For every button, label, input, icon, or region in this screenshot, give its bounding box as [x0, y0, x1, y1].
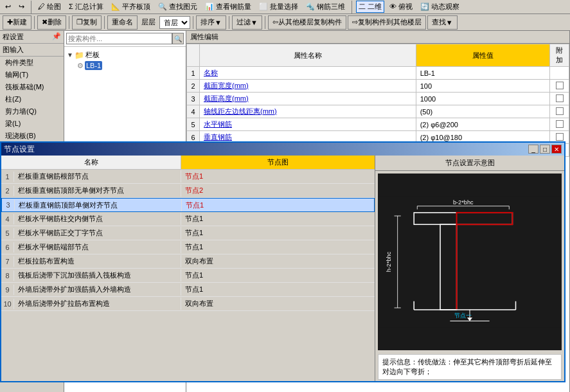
copy-to-button[interactable]: ⇨ 复制构件到其他楼层 — [348, 15, 426, 30]
dialog-right: 节点设置示意图 b-2*bhc — [375, 156, 564, 381]
separator-1 — [31, 1, 31, 13]
toolbar-rebar-3d[interactable]: 🔩 钢筋三维 — [303, 1, 348, 13]
toolbar-draw[interactable]: 🖊 绘图 — [35, 1, 64, 13]
sidebar-item-column[interactable]: 柱(Z) — [0, 93, 64, 105]
sidebar-item-grid[interactable]: 轴网(T) — [0, 69, 64, 81]
toolbar-align-top[interactable]: 📐 平齐板顶 — [109, 1, 153, 13]
checkbox-icon[interactable] — [556, 120, 564, 128]
prop-checkbox[interactable] — [550, 118, 569, 131]
copy-button[interactable]: ❐ 复制 — [72, 15, 102, 30]
prop-name[interactable]: 截面宽度(mm) — [200, 80, 416, 93]
dialog-col-name: 名称 — [1, 156, 181, 169]
new-button[interactable]: ✚ 新建 — [3, 15, 31, 30]
tree-children: ⚙ LB-1 — [67, 60, 183, 71]
prop-checkbox[interactable] — [550, 105, 569, 118]
sep8 — [265, 16, 265, 29]
toolbar-rebar-view[interactable]: 📊 查看钢筋量 — [202, 1, 254, 13]
sidebar-item-component-type[interactable]: 构件类型 — [0, 57, 64, 69]
list-item[interactable]: 3 栏板垂直钢筋顶部单侧对齐节点 节点1 — [1, 198, 375, 212]
prop-checkbox[interactable] — [550, 93, 569, 105]
prop-name[interactable]: 名称 — [200, 67, 416, 80]
dialog-minimize-button[interactable]: _ — [528, 145, 539, 154]
row-node: 节点1 — [181, 170, 375, 183]
delete-button[interactable]: ✖ 删除 — [37, 15, 66, 30]
floor-select[interactable]: 首层 — [159, 16, 190, 29]
dialog-table: 1 栏板垂直钢筋根部节点 节点1 2 栏板垂直钢筋顶部无单侧对齐节点 节点2 3… — [1, 170, 375, 381]
toolbar-undo[interactable]: ↩ — [3, 1, 13, 12]
checkbox-icon[interactable] — [556, 82, 564, 89]
left-panel-title1: 程设置 — [3, 32, 24, 42]
prop-checkbox[interactable] — [550, 80, 569, 93]
prop-value[interactable]: 100 — [416, 80, 549, 93]
filter-button[interactable]: 过滤 ▼ — [232, 15, 262, 30]
dialog-title: 节点设置 — [4, 144, 35, 155]
toolbar-dynamic[interactable]: 🔄 动态观察 — [418, 1, 462, 13]
dialog-overlay: 节点设置 _ □ ✕ 名称 节点图 1 栏板垂直钢筋根部节点 节点1 2 栏板垂… — [0, 141, 566, 386]
list-item[interactable]: 8 筏板后浇带下沉加强筋插入筏板构造 节点1 — [1, 269, 375, 283]
list-item[interactable]: 5 栏板水平钢筋正交丁字节点 节点1 — [1, 226, 375, 240]
row-node: 双向布置 — [181, 298, 375, 310]
diagram-svg: b-2*bhc h-2*bhc — [378, 174, 562, 350]
sidebar-item-shear-wall[interactable]: 剪力墙(Q) — [0, 105, 64, 118]
checkbox-icon[interactable] — [556, 133, 564, 141]
dialog-left: 名称 节点图 1 栏板垂直钢筋根部节点 节点1 2 栏板垂直钢筋顶部无单侧对齐节… — [1, 156, 375, 381]
prop-value[interactable]: 1000 — [416, 93, 549, 105]
tree-expand-icon: ▼ — [67, 51, 73, 58]
props-col-value: 属性值 — [416, 44, 549, 67]
toolbar-calc[interactable]: Σ 汇总计算 — [66, 1, 106, 13]
row-node: 节点2 — [181, 184, 375, 197]
sidebar-item-beam[interactable]: 梁(L) — [0, 118, 64, 130]
checkbox-icon[interactable] — [556, 107, 564, 115]
sidebar-item-slab[interactable]: 现浇板(B) — [0, 130, 64, 142]
prop-value[interactable]: (2) φ6@200 — [416, 118, 549, 131]
row-number: 9 — [1, 285, 14, 295]
sort-button[interactable]: 排序 ▼ — [196, 15, 226, 30]
svg-text:b-2*bhc: b-2*bhc — [453, 199, 474, 206]
list-item[interactable]: 2 栏板垂直钢筋顶部无单侧对齐节点 节点2 — [1, 184, 375, 198]
row-node: 节点1 — [182, 199, 374, 211]
row-num: 5 — [187, 118, 200, 131]
copy-from-button[interactable]: ⇦ 从其他楼层复制构件 — [268, 15, 346, 30]
diagram-info-text: 提示信息：传统做法：伸至其它构件顶部弯折后延伸至对边向下弯折； — [382, 358, 552, 375]
left-panel-pin: 📌 — [52, 32, 61, 42]
prop-name[interactable]: 轴线距左边线距离(mm) — [200, 105, 416, 118]
row-name: 外墙后浇带外扩加强筋插入外墙构造 — [14, 283, 181, 296]
tree-node-root[interactable]: ▼ 📁 栏板 — [67, 49, 183, 60]
list-item[interactable]: 6 栏板水平钢筋端部节点 节点1 — [1, 240, 375, 254]
floor-label: 层层 — [139, 17, 158, 27]
list-item[interactable]: 4 栏板水平钢筋柱交内侧节点 节点1 — [1, 212, 375, 226]
toolbar-top-view[interactable]: 👁 俯视 — [387, 1, 415, 13]
search-input[interactable] — [66, 33, 172, 44]
row-number: 6 — [1, 242, 14, 253]
toolbar-redo[interactable]: ↪ — [16, 1, 27, 12]
search-button[interactable]: 🔍 — [172, 33, 184, 44]
checkbox-icon[interactable] — [556, 94, 564, 102]
query-button[interactable]: 查找 ▼ — [427, 15, 458, 30]
row-number: 1 — [1, 172, 14, 182]
list-item[interactable]: 7 栏板拉筋布置构造 双向布置 — [1, 254, 375, 269]
dialog-maximize-button[interactable]: □ — [540, 145, 550, 154]
tree-node-lb1[interactable]: ⚙ LB-1 — [77, 60, 183, 71]
prop-checkbox — [550, 67, 569, 80]
prop-value[interactable]: LB-1 — [416, 67, 549, 80]
toolbar-find[interactable]: 🔍 查找图元 — [156, 1, 200, 13]
list-item[interactable]: 1 栏板垂直钢筋根部节点 节点1 — [1, 170, 375, 184]
dialog-close-button[interactable]: ✕ — [551, 145, 562, 154]
dialog-col-node: 节点图 — [181, 156, 375, 169]
table-row: 4 轴线距左边线距离(mm) (50) — [187, 105, 569, 118]
prop-name[interactable]: 水平钢筋 — [200, 118, 416, 131]
table-row: 5 水平钢筋 (2) φ6@200 — [187, 118, 569, 131]
props-table: 属性名称 属性值 附加 1 名称 LB-1 2 截面宽度(mm) 100 3 截… — [186, 44, 569, 157]
node-settings-dialog: 节点设置 _ □ ✕ 名称 节点图 1 栏板垂直钢筋根部节点 节点1 2 栏板垂… — [0, 141, 566, 382]
prop-name[interactable]: 截面高度(mm) — [200, 93, 416, 105]
prop-value[interactable]: (50) — [416, 105, 549, 118]
row-number: 5 — [1, 228, 14, 238]
rename-button[interactable]: 重命名 — [107, 15, 138, 30]
row-name: 栏板垂直钢筋顶部无单侧对齐节点 — [14, 184, 181, 197]
toolbar-batch-select[interactable]: ⬜ 批量选择 — [256, 1, 301, 13]
list-item[interactable]: 10 外墙后浇带外扩拉筋布置构造 双向布置 — [1, 297, 375, 311]
toolbar-2d[interactable]: 二 二维 — [356, 1, 384, 13]
sidebar-item-raft[interactable]: 筏板基础(M) — [0, 81, 64, 93]
sep4 — [69, 16, 69, 29]
list-item[interactable]: 9 外墙后浇带外扩加强筋插入外墙构造 节点1 — [1, 283, 375, 297]
